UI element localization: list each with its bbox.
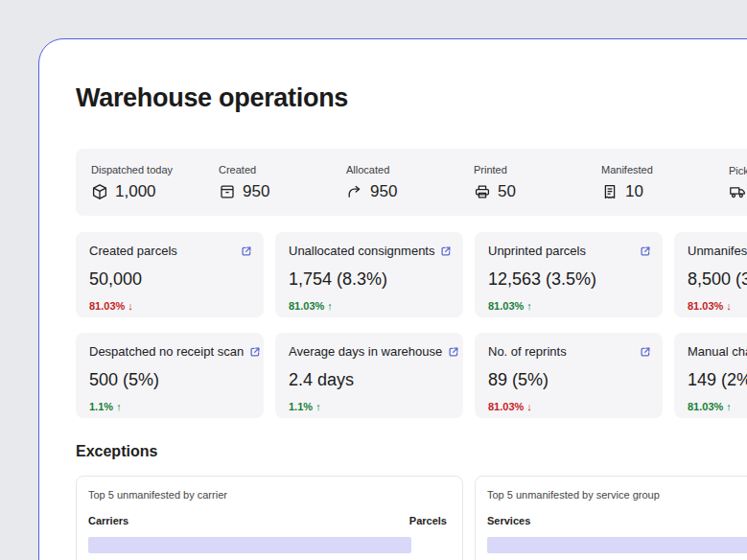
metric-card-unallocated-consignments: Unallocated consignments 1,754 (8.3%) 81… <box>275 232 463 317</box>
metric-card-trend: 81.03% ↑ <box>289 300 452 312</box>
stat-value: 950 <box>243 182 269 201</box>
exceptions-grid: Top 5 unmanifested by carrier Carriers P… <box>76 476 747 560</box>
stat-label: Manifested <box>601 164 729 175</box>
package-icon <box>91 183 108 200</box>
stat-label: Created <box>219 164 346 175</box>
open-in-new-icon[interactable] <box>448 344 459 362</box>
exceptions-card-carrier: Top 5 unmanifested by carrier Carriers P… <box>76 476 463 560</box>
metric-card-value: 50,000 <box>89 269 252 290</box>
metric-card-value: 89 (5%) <box>488 370 651 390</box>
stat-value: 950 <box>370 182 397 201</box>
column-header-carriers: Carriers <box>88 515 128 526</box>
metric-card-title: No. of reprints <box>488 344 567 359</box>
stat-label: Allocated <box>346 164 474 175</box>
stat-dispatched-today: Dispatched today 1,000 <box>91 164 219 201</box>
bar-chart-services <box>487 537 747 560</box>
open-in-new-icon[interactable] <box>241 244 252 261</box>
metric-card-title: Unmanifested parcels <box>688 244 747 258</box>
stat-value: 10 <box>625 182 643 201</box>
metric-card-average-days-in-warehouse: Average days in warehouse 2.4 days 1.1% … <box>275 333 463 418</box>
bar-chart-carriers <box>88 537 447 560</box>
metric-card-value: 149 (2%) <box>688 370 747 390</box>
open-in-new-icon[interactable] <box>249 344 261 362</box>
metric-card-unprinted-parcels: Unprinted parcels 12,563 (3.5%) 81.03% ↑ <box>475 232 663 317</box>
metric-card-trend: 81.03% ↓ <box>89 300 252 312</box>
stat-label: Picked <box>729 165 747 176</box>
metric-card-title: Unprinted parcels <box>488 244 586 258</box>
metric-card-title: Unallocated consignments <box>289 244 434 258</box>
metric-card-trend: 81.03% ↓ <box>688 300 747 312</box>
metric-card-unmanifested-parcels: Unmanifested parcels 8,500 (3%) 81.03% ↓ <box>674 232 747 317</box>
printer-icon <box>474 183 491 200</box>
metric-card-manual-changes: Manual changes 149 (2%) 81.03% ↑ <box>674 333 747 418</box>
exceptions-heading: Exceptions <box>76 443 747 460</box>
bar[interactable] <box>88 537 411 553</box>
stats-summary-bar: Dispatched today 1,000 Created 950 Alloc… <box>76 149 747 216</box>
metric-card-despatched-no-receipt-scan: Despatched no receipt scan 500 (5%) 1.1%… <box>76 333 264 418</box>
metrics-grid: Created parcels 50,000 81.03% ↓ Unalloca… <box>76 232 747 418</box>
open-in-new-icon[interactable] <box>440 244 452 261</box>
metric-card-trend: 81.03% ↑ <box>688 401 747 412</box>
route-arrow-icon <box>346 183 363 200</box>
stat-manifested: Manifested 10 <box>601 164 729 201</box>
exceptions-card-title: Top 5 unmanifested by carrier <box>88 489 447 501</box>
stat-printed: Printed 50 <box>474 164 601 201</box>
dashboard-card: Warehouse operations Dispatched today 1,… <box>38 38 747 560</box>
stat-picked: Picked <box>729 165 747 200</box>
receipt-icon <box>601 183 619 200</box>
stat-value: 50 <box>498 182 516 201</box>
stat-label: Dispatched today <box>91 164 219 175</box>
truck-icon <box>729 183 746 200</box>
bar[interactable] <box>487 537 747 553</box>
metric-card-title: Created parcels <box>89 244 177 258</box>
metric-card-value: 1,754 (8.3%) <box>289 269 452 290</box>
stat-allocated: Allocated 950 <box>346 164 474 201</box>
exceptions-card-service-group: Top 5 unmanifested by service group Serv… <box>475 476 747 560</box>
stat-value: 1,000 <box>115 182 156 201</box>
metric-card-value: 8,500 (3%) <box>688 269 747 290</box>
stat-label: Printed <box>474 164 601 175</box>
box-icon <box>219 183 236 200</box>
exceptions-card-title: Top 5 unmanifested by service group <box>487 489 747 501</box>
metric-card-created-parcels: Created parcels 50,000 81.03% ↓ <box>76 232 264 317</box>
metric-card-title: Despatched no receipt scan <box>89 344 244 359</box>
metric-card-value: 2.4 days <box>289 370 452 390</box>
metric-card-trend: 1.1% ↑ <box>289 401 452 412</box>
metric-card-title: Average days in warehouse <box>289 344 442 359</box>
open-in-new-icon[interactable] <box>640 244 651 261</box>
metric-card-trend: 1.1% ↑ <box>89 401 252 412</box>
stat-created: Created 950 <box>219 164 346 201</box>
column-header-services: Services <box>487 515 530 526</box>
page-title: Warehouse operations <box>76 83 747 113</box>
metric-card-value: 12,563 (3.5%) <box>488 269 651 290</box>
open-in-new-icon[interactable] <box>640 344 651 362</box>
metric-card-trend: 81.03% ↑ <box>488 300 651 312</box>
column-header-parcels: Parcels <box>409 515 447 526</box>
metric-card-value: 500 (5%) <box>89 370 252 390</box>
metric-card-no-of-reprints: No. of reprints 89 (5%) 81.03% ↓ <box>475 333 663 418</box>
metric-card-title: Manual changes <box>688 344 747 359</box>
metric-card-trend: 81.03% ↓ <box>488 401 651 412</box>
